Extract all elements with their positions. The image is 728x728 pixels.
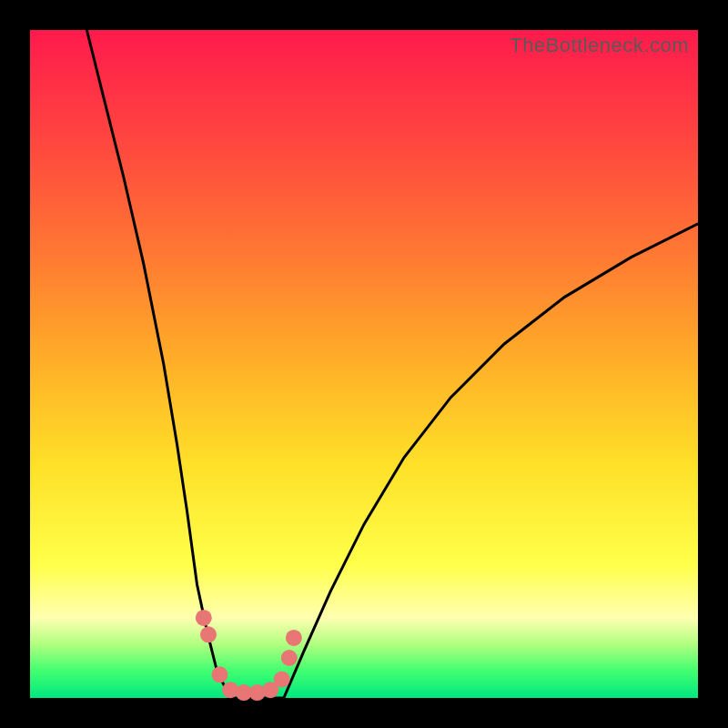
marker-point [281,650,298,666]
plot-area: TheBottleneck.com [30,30,698,698]
curve-right [284,224,698,698]
marker-point [200,626,217,642]
chart-container: TheBottleneck.com [0,0,728,728]
marker-point [196,610,212,626]
marker-group [196,610,302,701]
marker-point [212,666,228,682]
chart-svg [30,30,698,698]
curve-left [86,30,230,698]
marker-point [286,630,302,646]
marker-point [274,671,290,687]
